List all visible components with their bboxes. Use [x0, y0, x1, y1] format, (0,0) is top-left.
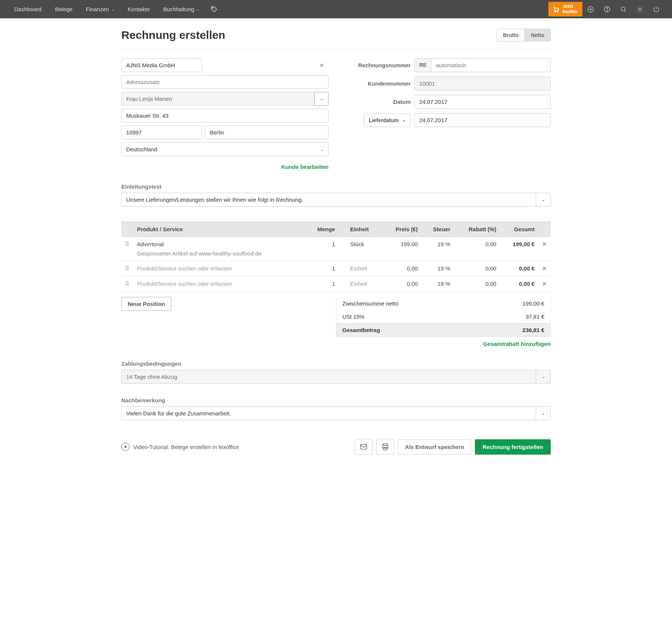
cell-tax[interactable]: 19 %: [421, 261, 454, 276]
intro-dropdown[interactable]: ⌄: [536, 193, 551, 207]
customer-address: ✕ ⌄ ⌄ Kunde bearbeiten: [121, 58, 329, 170]
tutorial-link[interactable]: Video-Tutorial: Belege erstellen in lexo…: [121, 443, 239, 451]
page-header: Rechnung erstellen Brutto Netto: [121, 18, 551, 49]
delivery-date-input[interactable]: [414, 113, 551, 127]
cell-discount[interactable]: 0,00: [454, 261, 500, 276]
company-input[interactable]: [121, 58, 202, 72]
cell-qty[interactable]: 1: [306, 261, 339, 276]
svg-point-2: [557, 11, 559, 12]
cell-price[interactable]: 0,00: [383, 276, 421, 292]
svg-rect-8: [361, 445, 367, 449]
cell-price[interactable]: 0,00: [383, 261, 421, 276]
zip-input[interactable]: [121, 126, 202, 139]
svg-point-7: [639, 8, 641, 10]
cell-tax[interactable]: 19 %: [421, 237, 454, 261]
cell-total: 0,00 €: [500, 276, 538, 292]
line-items-table: Produkt / Service Menge Einheit Preis (€…: [121, 222, 551, 292]
delivery-date-type[interactable]: Lieferdatum ⌄: [364, 114, 411, 127]
delete-row-icon[interactable]: ✕: [538, 237, 551, 261]
cell-discount[interactable]: 0,00: [454, 276, 500, 292]
addr2-input[interactable]: [121, 75, 329, 89]
gear-icon[interactable]: [632, 0, 648, 18]
gross-net-toggle: Brutto Netto: [497, 29, 551, 41]
contact-dropdown[interactable]: ⌄: [314, 92, 329, 106]
delete-row-icon[interactable]: ✕: [538, 261, 551, 276]
cell-product[interactable]: Produkt/Service suchen oder erfassen: [133, 276, 306, 292]
contact-input[interactable]: [121, 92, 314, 106]
col-total: Gesamt: [500, 222, 538, 237]
toggle-brutto[interactable]: Brutto: [497, 29, 525, 41]
nav-finanzen[interactable]: Finanzen⌄: [79, 0, 121, 18]
cell-unit[interactable]: Stück: [339, 237, 383, 261]
intro-text-input[interactable]: [121, 193, 536, 207]
invoice-prefix: RE: [414, 58, 431, 72]
table-row: ⠿ Produkt/Service suchen oder erfassen 1…: [121, 261, 551, 276]
svg-point-1: [555, 11, 556, 12]
add-discount-link[interactable]: Gesamtrabatt hinzufügen: [336, 341, 551, 347]
invoice-number-input[interactable]: [431, 58, 551, 72]
street-input[interactable]: [121, 109, 329, 123]
add-icon[interactable]: [582, 0, 599, 18]
nav-dashboard[interactable]: Dashboard: [7, 0, 48, 18]
customer-number-label: Kundennummer: [343, 80, 411, 87]
remarks-input[interactable]: [121, 406, 536, 420]
nav-kontakte[interactable]: Kontakte: [121, 0, 156, 18]
cell-total: 0,00 €: [500, 261, 538, 276]
cell-qty[interactable]: 1: [306, 276, 339, 292]
svg-point-6: [621, 7, 625, 10]
payment-terms-input[interactable]: [121, 370, 536, 384]
nav-buchhaltung[interactable]: Buchhaltung⌄: [156, 0, 206, 18]
payment-label: Zahlungsbedingungen: [121, 360, 551, 367]
drag-handle-icon[interactable]: ⠿: [121, 237, 133, 261]
city-input[interactable]: [205, 126, 329, 139]
finalize-button[interactable]: Rechnung fertigstellen: [475, 439, 551, 455]
search-icon[interactable]: [615, 0, 632, 18]
intro-label: Einleitungstext: [121, 183, 551, 190]
chevron-down-icon: ⌄: [542, 197, 545, 202]
cart-icon: [552, 6, 560, 13]
col-product: Produkt / Service: [133, 222, 306, 237]
email-button[interactable]: [355, 439, 373, 455]
mail-icon: [360, 443, 368, 451]
print-icon: [381, 443, 389, 451]
help-icon[interactable]: [599, 0, 615, 18]
cell-discount[interactable]: 0,00: [454, 237, 500, 261]
page-title: Rechnung erstellen: [121, 29, 225, 41]
cell-qty[interactable]: 1: [306, 237, 339, 261]
cell-product[interactable]: Advertorial Gesponserter Artikel auf www…: [133, 237, 306, 261]
customer-number-input[interactable]: [414, 77, 551, 90]
toggle-netto[interactable]: Netto: [525, 29, 550, 41]
col-price: Preis (€): [383, 222, 421, 237]
svg-point-5: [607, 10, 607, 11]
new-position-button[interactable]: Neue Position: [121, 297, 171, 311]
remarks-label: Nachbemerkung: [121, 397, 551, 403]
delete-row-icon[interactable]: ✕: [538, 276, 551, 292]
chevron-down-icon: ⌄: [542, 411, 545, 416]
play-icon: [121, 443, 130, 451]
cell-product[interactable]: Produkt/Service suchen oder erfassen: [133, 261, 306, 276]
chevron-down-icon: ⌄: [542, 374, 545, 379]
cell-price[interactable]: 199,00: [383, 237, 421, 261]
col-tax: Steuer: [421, 222, 454, 237]
payment-dropdown[interactable]: ⌄: [536, 370, 551, 384]
cell-total: 199,00 €: [500, 237, 538, 261]
date-input[interactable]: [414, 95, 551, 109]
drag-handle-icon[interactable]: ⠿: [121, 276, 133, 292]
totals-row: Zwischensumme netto199,00 €: [336, 297, 550, 310]
country-select[interactable]: [121, 142, 329, 156]
col-unit: Einheit: [339, 222, 383, 237]
tag-icon[interactable]: [211, 6, 218, 13]
cell-unit[interactable]: Einheit: [339, 276, 383, 292]
power-icon[interactable]: [648, 0, 665, 18]
edit-customer-link[interactable]: Kunde bearbeiten: [121, 164, 329, 170]
drag-handle-icon[interactable]: ⠿: [121, 261, 133, 276]
buy-now-button[interactable]: Jetzt kaufen: [548, 2, 582, 16]
print-button[interactable]: [376, 439, 394, 455]
save-draft-button[interactable]: Als Entwurf speichern: [398, 439, 471, 455]
nav-belege[interactable]: Belege: [48, 0, 79, 18]
cell-tax[interactable]: 19 %: [421, 276, 454, 292]
totals-row: USt 19%37,81 €: [336, 310, 550, 323]
cell-unit[interactable]: Einheit: [339, 261, 383, 276]
clear-company-icon[interactable]: ✕: [320, 62, 324, 68]
remarks-dropdown[interactable]: ⌄: [536, 406, 551, 420]
